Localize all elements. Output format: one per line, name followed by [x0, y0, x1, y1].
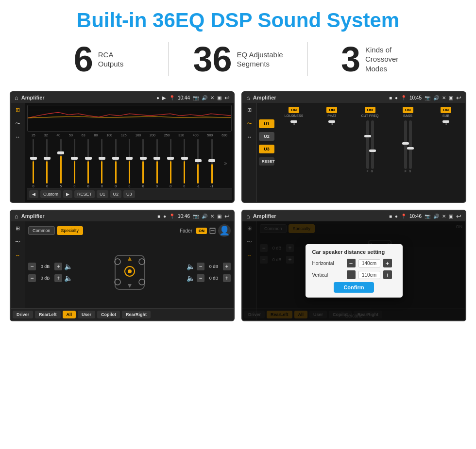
common-mode-btn[interactable]: Common — [28, 226, 55, 235]
u1-btn[interactable]: U1 — [97, 190, 108, 198]
slider-col: 0 — [41, 139, 53, 188]
reset-btn[interactable]: RESET — [74, 190, 95, 198]
screen-icon[interactable]: ▣ — [217, 95, 221, 100]
u1-crossover-btn[interactable]: U1 — [259, 119, 274, 128]
user-avatar-icon[interactable]: 👤 — [218, 224, 231, 237]
prev-btn[interactable]: ◀ — [29, 190, 38, 198]
dialog-h-minus[interactable]: − — [347, 259, 356, 267]
v-thumb-cutfreq-g[interactable] — [369, 150, 376, 152]
v-thumb-bass-f[interactable] — [402, 142, 409, 145]
screen-icon-2[interactable]: ▣ — [449, 95, 453, 100]
screen-crossover: ⌂ Amplifier ■ ● 📍 10:45 📷 🔊 ✕ ▣ ↩ ⊞ 〜 ↔ … — [241, 91, 466, 203]
on-toggle[interactable]: ON — [196, 228, 207, 234]
on-badge-bass[interactable]: ON — [403, 107, 413, 113]
custom-btn[interactable]: Custom — [40, 190, 61, 198]
close-icon-2[interactable]: ✕ — [442, 95, 446, 100]
eq-sidebar-speaker-icon[interactable]: ↔ — [15, 134, 20, 140]
home-icon-2[interactable]: ⌂ — [246, 94, 250, 101]
slider-col: -1 — [192, 139, 204, 188]
camera-icon-3[interactable]: 📷 — [193, 214, 199, 219]
close-icon-4[interactable]: ✕ — [442, 214, 446, 219]
crossover-title: Amplifier — [253, 95, 276, 100]
dialog-v-minus[interactable]: − — [347, 270, 356, 279]
on-badge-loudness[interactable]: ON — [289, 107, 299, 113]
confirm-button[interactable]: Confirm — [334, 282, 374, 293]
v-thumb-cutfreq-f[interactable] — [364, 135, 371, 137]
eq-sidebar-eq-icon[interactable]: ⊞ — [16, 107, 20, 113]
back-icon-2[interactable]: ↩ — [456, 94, 461, 101]
stat-item-eq: 36 EQ Adjustable Segments — [169, 42, 307, 77]
eq-bottom-bar: ◀ Custom ▶ RESET U1 U2 U3 — [27, 188, 232, 200]
camera-icon-4[interactable]: 📷 — [425, 214, 430, 219]
on-badge-sub[interactable]: ON — [441, 107, 451, 113]
right-channels: 🔈 − 0 dB + 🔈 − 0 dB + — [187, 263, 231, 282]
user-btn[interactable]: User — [78, 311, 95, 318]
play-icon[interactable]: ▶ — [162, 95, 166, 100]
slider-thumb[interactable] — [30, 157, 37, 160]
eq-sidebar-wave-icon[interactable]: 〜 — [15, 120, 20, 127]
fader-speaker-icon[interactable]: ↔ — [15, 252, 20, 258]
v-thumb-sub[interactable] — [442, 120, 449, 123]
next-play-btn[interactable]: ▶ — [63, 190, 72, 198]
ch-rear-left-minus[interactable]: − — [28, 274, 36, 282]
slider-col: 0 — [123, 139, 136, 188]
ch-front-left-plus[interactable]: + — [54, 263, 62, 270]
driver-btn[interactable]: Driver — [13, 311, 33, 318]
back-icon-4[interactable]: ↩ — [456, 213, 461, 220]
ch-front-right-minus[interactable]: − — [197, 263, 204, 270]
crossover-eq-icon[interactable]: ⊞ — [247, 107, 252, 113]
ch-rear-left-plus[interactable]: + — [54, 274, 62, 282]
specialty-mode-btn[interactable]: Specialty — [57, 226, 84, 235]
fader-wave-icon[interactable]: 〜 — [15, 238, 20, 246]
v-thumb-phat[interactable] — [328, 120, 335, 123]
v-thumb-loudness[interactable] — [290, 120, 297, 123]
u2-btn[interactable]: U2 — [110, 190, 122, 198]
home-icon-3[interactable]: ⌂ — [15, 213, 18, 220]
ch-rear-right-plus[interactable]: + — [223, 274, 231, 282]
screen-icon-3[interactable]: ▣ — [217, 214, 221, 219]
volume-icon[interactable]: 🔊 — [202, 95, 207, 100]
volume-icon-2[interactable]: 🔊 — [433, 95, 439, 100]
fader-eq-icon[interactable]: ⊞ — [16, 225, 20, 232]
v-slider-cutfreq-g[interactable] — [371, 120, 374, 169]
on-badge-cutfreq[interactable]: ON — [365, 107, 375, 113]
v-slider-cutfreq-f[interactable] — [366, 120, 369, 169]
copilot-btn[interactable]: Copilot — [97, 311, 120, 318]
ch-front-right-plus[interactable]: + — [223, 263, 231, 270]
dialog-v-plus[interactable]: + — [383, 270, 392, 279]
u3-btn[interactable]: U3 — [123, 190, 135, 198]
v-thumb-bass-g[interactable] — [407, 147, 414, 150]
v-slider-bass-g[interactable] — [409, 120, 412, 169]
close-icon-3[interactable]: ✕ — [210, 214, 214, 219]
stat-number-rca: 6 — [74, 42, 93, 77]
home-icon[interactable]: ⌂ — [15, 94, 18, 101]
stat-label-rca: RCA Outputs — [98, 50, 124, 69]
volume-icon-4[interactable]: 🔊 — [433, 214, 439, 219]
slider-col: -1 — [205, 139, 218, 188]
crossover-wave-icon[interactable]: 〜 — [247, 120, 252, 127]
slider-track[interactable] — [33, 139, 34, 183]
ch-rear-right-minus[interactable]: − — [197, 274, 204, 282]
close-icon[interactable]: ✕ — [210, 95, 214, 100]
u2-crossover-btn[interactable]: U2 — [259, 132, 274, 141]
crossover-speaker-icon[interactable]: ↔ — [247, 134, 252, 140]
volume-icon-3[interactable]: 🔊 — [202, 214, 207, 219]
u3-crossover-btn[interactable]: U3 — [259, 145, 274, 153]
camera-icon[interactable]: 📷 — [193, 95, 199, 100]
v-slider-bass-f[interactable] — [404, 120, 407, 169]
ch-front-left-minus[interactable]: − — [28, 263, 36, 270]
reset-crossover-btn[interactable]: RESET — [259, 157, 274, 166]
rear-left-btn[interactable]: RearLeft — [35, 311, 61, 318]
rear-right-speaker-icon: 🔈 — [187, 274, 195, 282]
dot-icon-2: ■ — [389, 95, 392, 100]
back-icon-3[interactable]: ↩ — [224, 213, 230, 220]
all-btn[interactable]: All — [63, 311, 76, 318]
fader-slider-horiz[interactable]: ⊟ — [209, 225, 216, 236]
screen-icon-4[interactable]: ▣ — [449, 214, 453, 219]
back-icon[interactable]: ↩ — [224, 94, 230, 101]
rear-right-btn[interactable]: RearRight — [122, 311, 151, 318]
dialog-h-plus[interactable]: + — [383, 259, 392, 267]
home-icon-4[interactable]: ⌂ — [246, 213, 250, 220]
on-badge-phat[interactable]: ON — [326, 107, 337, 113]
camera-icon-2[interactable]: 📷 — [425, 95, 430, 100]
